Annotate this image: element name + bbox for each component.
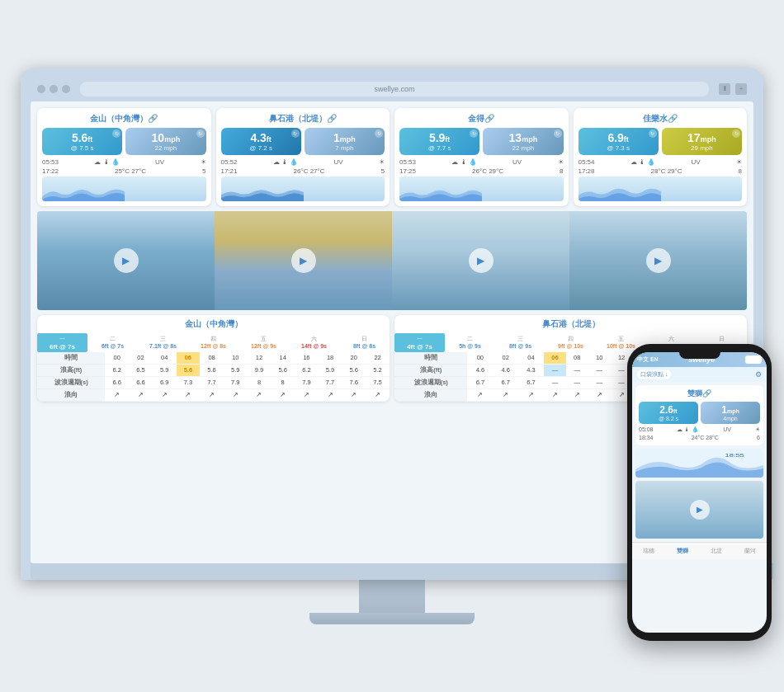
tide-day2-mon[interactable]: 一 4ft @ 7s [394, 333, 445, 352]
tide-day-wed[interactable]: 三 7.1ft @ 8s [138, 333, 188, 352]
card-weather2-jinde: 17:25 26°C 29°C 8 [399, 167, 564, 175]
iphone-wave-metric: 2.6ft @ 8.2 s [639, 402, 698, 424]
iphone-wind-sub: 4mph [703, 416, 758, 421]
tide-day2-thu[interactable]: 四 9ft @ 10s [545, 333, 596, 352]
sunrise-jinshan: 17:22 [42, 167, 59, 175]
play-btn-4[interactable]: ▶ [646, 248, 671, 273]
sunrise-biisher: 17:21 [221, 167, 238, 175]
tide-day-thu[interactable]: 四 12ft @ 8s [188, 333, 239, 352]
iphone-wave-val: 2.6ft [641, 404, 696, 416]
weather-card-jinde[interactable]: 金得🔗 5.9ft @ 7.7 s ↻ 13mph 22 mph ↻ [394, 108, 569, 206]
iphone-tab-beiti[interactable]: 北堤 [700, 545, 734, 557]
iphone-tabs: 瑞穗 雙獅 北堤 蘭河 [632, 542, 767, 559]
iphone-metrics: 2.6ft @ 8.2 s 1mph 4mph [639, 402, 760, 424]
card-weather-jialueshui: 05:54 ☁ 🌡 💧 UV ☀ [579, 158, 743, 166]
wave-icon-jinshan: ↻ [112, 129, 120, 138]
temp1-jinshan: 25°C 27°C [115, 167, 146, 175]
wind-metric-jinde: 13mph 22 mph ↻ [483, 128, 563, 155]
uv-biisher: UV [334, 158, 343, 166]
sun-biisher: ☀ [379, 158, 385, 166]
col-header-time: 時間 [37, 352, 105, 365]
tide-day2-wed[interactable]: 三 8ft @ 9s [495, 333, 545, 352]
card-metrics-jialueshui: 6.9ft @ 7.3 s ↻ 17mph 29 mph ↻ [579, 128, 743, 155]
wind-icon-jinshan: ↻ [196, 129, 205, 138]
card-weather-biisher: 05:52 ☁ 🌡 💧 UV ☀ [221, 158, 385, 166]
wind-icon-jinde: ↻ [554, 129, 562, 138]
wave-value-jinde: 5.9ft [403, 131, 476, 144]
uv-val-biisher: 5 [381, 167, 385, 175]
uv-val-jialueshui: 8 [739, 167, 742, 175]
iphone-tab-shuangshi[interactable]: 雙獅 [666, 545, 700, 557]
weather-card-jialueshui[interactable]: 佳樂水🔗 6.9ft @ 7.3 s ↻ 17mph 29 mph ↻ [574, 108, 748, 206]
iphone-video[interactable]: ▶ [635, 481, 763, 539]
col-header-height2: 浪高(ft) [394, 364, 467, 376]
tide-day-sat[interactable]: 六 14ft @ 9s [289, 333, 339, 352]
wave-metric-jialueshui: 6.9ft @ 7.3 s ↻ [579, 128, 659, 155]
iphone-tab-ruisui[interactable]: 瑞穗 [632, 545, 666, 557]
tide-day-tue[interactable]: 二 6ft @ 7s [87, 333, 138, 352]
url-bar[interactable]: swellye.com [80, 82, 709, 97]
card-metrics-biisher: 4.3ft @ 7.2 s ↻ 1mph 7 mph ↻ [221, 128, 385, 155]
wind-value-jialueshui: 17mph [665, 131, 739, 144]
weather-card-biisher[interactable]: 鼻石港（北堤）🔗 4.3ft @ 7.2 s ↻ 1mph 7 mph ↻ [216, 108, 390, 206]
wave-sub-jialueshui: @ 7.3 s [582, 144, 655, 152]
video-panel-3[interactable]: ▶ [392, 211, 569, 310]
minimize-dot[interactable] [50, 85, 58, 93]
wind-sub-jinshan: 22 mph [129, 144, 202, 152]
tide-day-sun[interactable]: 日 8ft @ 8s [339, 333, 390, 352]
browser-toolbar: swellye.com ⬆ + [31, 78, 753, 101]
video-panel-1[interactable]: ▶ [37, 211, 215, 310]
iphone-wind-val: 1mph [703, 404, 758, 416]
play-btn-3[interactable]: ▶ [469, 248, 494, 273]
play-btn-2[interactable]: ▶ [291, 248, 316, 273]
wave-icon-biisher: ↻ [291, 129, 300, 138]
uv-val-jinde: 8 [560, 167, 563, 175]
sun-jinshan: ☀ [201, 158, 206, 166]
sun-jinde: ☀ [558, 158, 564, 166]
card-weather2-jialueshui: 17:28 28°C 29°C 8 [579, 167, 743, 175]
iphone-tab-lanhe[interactable]: 蘭河 [733, 545, 767, 557]
wave-metric-biisher: 4.3ft @ 7.2 s ↻ [221, 128, 301, 155]
card-metrics-jinde: 5.9ft @ 7.7 s ↻ 13mph 22 mph ↻ [399, 128, 564, 155]
temp1-jialueshui: 28°C 29°C [651, 167, 682, 175]
col-header-direction: 浪向 [37, 388, 105, 401]
wind-metric-jialueshui: 17mph 29 mph ↻ [662, 128, 742, 155]
share-icon[interactable]: ⬆ [719, 83, 730, 95]
play-btn-1[interactable]: ▶ [114, 248, 139, 273]
video-panel-4[interactable]: ▶ [569, 211, 747, 310]
tide-day-fri[interactable]: 五 12ft @ 9s [239, 333, 289, 352]
time-jinshan: 05:53 [42, 158, 59, 166]
iphone-play-btn[interactable]: ▶ [690, 500, 710, 520]
col-header-period: 波浪週期(s) [37, 376, 105, 388]
card-title-jinshan: 金山（中角灣）🔗 [42, 113, 206, 125]
tide-day-mon[interactable]: 一 6ft @ 7s [37, 333, 87, 352]
card-weather-jinde: 05:53 ☁ 🌡 💧 UV ☀ [399, 158, 564, 166]
tide-table-jinshan: 金山（中角灣） 一 6ft @ 7s 二 6ft @ 7s 三 [37, 315, 390, 402]
temp1-biisher: 26°C 27°C [294, 167, 325, 175]
weather-card-jinshan[interactable]: 金山（中角灣）🔗 5.6ft @ 7.5 s ↻ 10mph 22 mph ↻ [37, 108, 211, 206]
wind-value-jinshan: 10mph [129, 131, 202, 144]
chart-biisher [221, 177, 385, 201]
wind-value-biisher: 1mph [308, 131, 381, 144]
time-jinde: 05:53 [399, 158, 416, 166]
tide-title-biisher: 鼻石港（北堤） [394, 315, 747, 333]
iphone-card: 雙獅🔗 2.6ft @ 8.2 s 1mph 4mph 05:08 [635, 385, 763, 445]
wind-value-jinde: 13mph [486, 131, 560, 144]
tide-day2-tue[interactable]: 二 5h @ 9s [445, 333, 495, 352]
svg-text:18:55: 18:55 [725, 452, 745, 458]
tide-header-jinshan: 一 6ft @ 7s 二 6ft @ 7s 三 7.1ft @ 8s [37, 333, 390, 352]
bookmark-icon[interactable]: + [735, 83, 747, 95]
card-weather-jinshan: 05:53 ☁ 🌡 💧 UV ☀ [42, 158, 206, 166]
wind-sub-biisher: 7 mph [308, 144, 381, 152]
wind-metric-jinshan: 10mph 22 mph ↻ [125, 128, 205, 155]
iphone-settings-icon[interactable]: ⚙ [755, 370, 762, 379]
iphone-notch [679, 352, 720, 359]
uv-val-jinshan: 5 [202, 167, 205, 175]
url-text: swellye.com [374, 85, 414, 93]
tide-data-table-jinshan: 時間 00 02 04 06 08 10 12 14 16 18 [37, 352, 390, 402]
close-dot[interactable] [37, 85, 45, 93]
wind-sub-jialueshui: 29 mph [665, 144, 739, 152]
wave-metric-jinshan: 5.6ft @ 7.5 s ↻ [42, 128, 122, 155]
video-panel-2[interactable]: ▶ [215, 211, 392, 310]
maximize-dot[interactable] [62, 85, 70, 93]
